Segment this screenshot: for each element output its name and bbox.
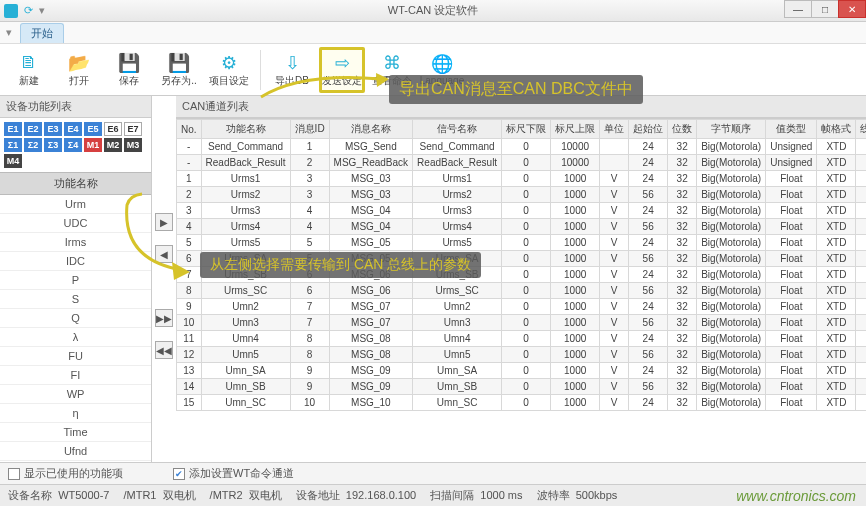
function-item[interactable]: λ [0, 328, 151, 347]
project-settings-button[interactable]: ⚙项目设定 [206, 47, 252, 93]
file-menu-icon[interactable]: ▾ [6, 26, 12, 39]
move-all-left-button[interactable]: ◀◀ [155, 341, 173, 359]
function-item[interactable]: Time [0, 423, 151, 442]
element-tag[interactable]: E6 [104, 122, 122, 136]
move-left-button[interactable]: ◀ [155, 245, 173, 263]
function-item[interactable]: FU [0, 347, 151, 366]
export-db-button[interactable]: ⇩导出DB [269, 47, 315, 93]
maximize-button[interactable]: □ [811, 0, 839, 18]
view-command-button[interactable]: ⌘查看命令 [369, 47, 415, 93]
function-item[interactable]: WP [0, 385, 151, 404]
element-tag[interactable]: E5 [84, 122, 102, 136]
element-tag[interactable]: E3 [44, 122, 62, 136]
function-item[interactable]: Irms [0, 233, 151, 252]
column-header[interactable]: 消息ID [290, 120, 329, 139]
element-tag[interactable]: E7 [124, 122, 142, 136]
table-cell: Big(Motorola) [697, 155, 766, 171]
column-header[interactable]: 线性缩放 [856, 120, 866, 139]
qat-dropdown-icon[interactable]: ▾ [39, 4, 45, 17]
element-tag[interactable]: M1 [84, 138, 102, 152]
function-item[interactable]: FI [0, 366, 151, 385]
table-cell: Urms_SA [413, 251, 502, 267]
element-tag[interactable]: M3 [124, 138, 142, 152]
move-right-button[interactable]: ▶ [155, 213, 173, 231]
element-tag[interactable]: Σ4 [64, 138, 82, 152]
element-tag[interactable]: Σ3 [44, 138, 62, 152]
language-button[interactable]: 🌐Language [419, 47, 465, 93]
new-button[interactable]: 🗎新建 [6, 47, 52, 93]
table-row[interactable]: 1Urms13MSG_03Urms101000V2432Big(Motorola… [177, 171, 867, 187]
table-row[interactable]: 14Umn_SB9MSG_09Umn_SB01000V5632Big(Motor… [177, 379, 867, 395]
table-cell: XTD [817, 363, 856, 379]
table-row[interactable]: 3Urms34MSG_04Urms301000V2432Big(Motorola… [177, 203, 867, 219]
open-button[interactable]: 📂打开 [56, 47, 102, 93]
table-row[interactable]: 15Umn_SC10MSG_10Umn_SC01000V2432Big(Moto… [177, 395, 867, 411]
table-row[interactable]: 6Urms_SA5MSG_05Urms_SA01000V5632Big(Moto… [177, 251, 867, 267]
table-row[interactable]: 11Umn48MSG_08Umn401000V2432Big(Motorola)… [177, 331, 867, 347]
function-item[interactable]: IDC [0, 252, 151, 271]
element-tag[interactable]: E2 [24, 122, 42, 136]
function-item[interactable]: UDC [0, 214, 151, 233]
column-header[interactable]: 起始位 [629, 120, 668, 139]
table-cell: 4 [290, 219, 329, 235]
column-header[interactable]: 字节顺序 [697, 120, 766, 139]
function-item[interactable]: S [0, 290, 151, 309]
saveas-button[interactable]: 💾另存为.. [156, 47, 202, 93]
tab-start[interactable]: 开始 [20, 23, 64, 43]
close-button[interactable]: ✕ [838, 0, 866, 18]
save-button[interactable]: 💾保存 [106, 47, 152, 93]
function-item[interactable]: P [0, 271, 151, 290]
table-row[interactable]: 13Umn_SA9MSG_09Umn_SA01000V2432Big(Motor… [177, 363, 867, 379]
function-item[interactable]: Q [0, 309, 151, 328]
column-header[interactable]: 帧格式 [817, 120, 856, 139]
column-header[interactable]: 信号名称 [413, 120, 502, 139]
table-cell: 1 [856, 331, 866, 347]
column-header[interactable]: No. [177, 120, 202, 139]
table-cell: XTD [817, 267, 856, 283]
ribbon-tabs: ▾ 开始 [0, 22, 866, 44]
channel-grid[interactable]: No.功能名称消息ID消息名称信号名称标尺下限标尺上限单位起始位位数字节顺序值类… [176, 118, 866, 411]
element-tag[interactable]: Σ1 [4, 138, 22, 152]
table-row[interactable]: -ReadBack_Result2MSG_ReadBackReadBack_Re… [177, 155, 867, 171]
move-all-right-button[interactable]: ▶▶ [155, 309, 173, 327]
function-item[interactable]: Urm [0, 195, 151, 214]
table-row[interactable]: 9Umn27MSG_07Umn201000V2432Big(Motorola)F… [177, 299, 867, 315]
device-function-panel: 设备功能列表 E1E2E3E4E5E6E7Σ1Σ2Σ3Σ4M1M2M3M4 功能… [0, 96, 152, 476]
column-header[interactable]: 单位 [600, 120, 629, 139]
table-cell: ReadBack_Result [201, 155, 290, 171]
table-row[interactable]: 7Urms_SB6MSG_06Urms_SB01000V2432Big(Moto… [177, 267, 867, 283]
table-cell: Big(Motorola) [697, 267, 766, 283]
column-header[interactable]: 标尺下限 [502, 120, 551, 139]
function-list[interactable]: UrmUDCIrmsIDCPSQλFUFIWPηTimeUfndIfndPfnd… [0, 195, 151, 476]
show-used-checkbox[interactable]: 显示已使用的功能项 [8, 466, 123, 481]
minimize-button[interactable]: — [784, 0, 812, 18]
column-header[interactable]: 标尺上限 [551, 120, 600, 139]
table-cell: ReadBack_Result [413, 155, 502, 171]
column-header[interactable]: 消息名称 [329, 120, 412, 139]
column-header[interactable]: 功能名称 [201, 120, 290, 139]
table-cell: 4 [177, 219, 202, 235]
element-tag[interactable]: Σ2 [24, 138, 42, 152]
gear-icon: ⚙ [221, 52, 237, 74]
table-cell: Umn_SC [201, 395, 290, 411]
column-header[interactable]: 位数 [668, 120, 697, 139]
table-row[interactable]: -Send_Command1MSG_SendSend_Command010000… [177, 139, 867, 155]
element-tag[interactable]: E4 [64, 122, 82, 136]
element-tag[interactable]: M4 [4, 154, 22, 168]
element-tag[interactable]: E1 [4, 122, 22, 136]
table-row[interactable]: 4Urms44MSG_04Urms401000V5632Big(Motorola… [177, 219, 867, 235]
table-row[interactable]: 5Urms55MSG_05Urms501000V2432Big(Motorola… [177, 235, 867, 251]
add-wt-checkbox[interactable]: ✔添加设置WT命令通道 [173, 466, 294, 481]
table-cell: Send_Command [413, 139, 502, 155]
function-item[interactable]: Ufnd [0, 442, 151, 461]
table-row[interactable]: 2Urms23MSG_03Urms201000V5632Big(Motorola… [177, 187, 867, 203]
table-row[interactable]: 10Umn37MSG_07Umn301000V5632Big(Motorola)… [177, 315, 867, 331]
element-tag[interactable]: M2 [104, 138, 122, 152]
column-header[interactable]: 值类型 [766, 120, 817, 139]
qat-refresh-icon[interactable]: ⟳ [24, 4, 33, 17]
send-settings-button[interactable]: ⇨发送设定 [319, 47, 365, 93]
table-row[interactable]: 8Urms_SC6MSG_06Urms_SC01000V5632Big(Moto… [177, 283, 867, 299]
table-row[interactable]: 12Umn58MSG_08Umn501000V5632Big(Motorola)… [177, 347, 867, 363]
table-cell: V [600, 347, 629, 363]
function-item[interactable]: η [0, 404, 151, 423]
